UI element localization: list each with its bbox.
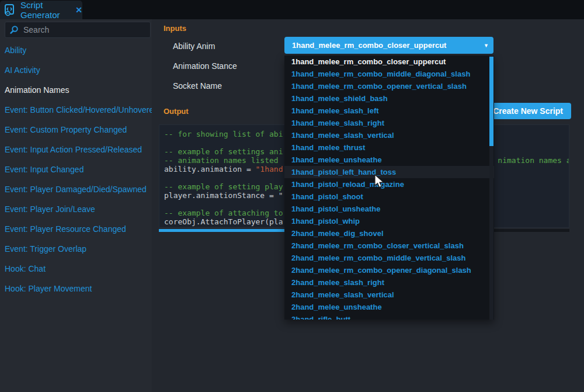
dropdown-option[interactable]: 2hand_melee_unsheathe <box>284 301 494 313</box>
dropdown-option[interactable]: 1hand_melee_thrust <box>284 141 494 154</box>
output-header: Output <box>164 107 189 116</box>
dropdown-option[interactable]: 2hand_melee_rm_combo_middle_vertical_sla… <box>284 252 494 264</box>
close-icon[interactable]: ✕ <box>75 5 82 15</box>
tab-script-generator[interactable]: Script Generator ✕ <box>0 1 82 19</box>
main-panel: Inputs Ability AnimAnimation StanceSocke… <box>152 19 584 392</box>
dropdown-option[interactable]: 2hand_melee_rm_combo_closer_vertical_sla… <box>284 240 494 252</box>
sidebar-item[interactable]: Event: Custom Property Changed <box>0 120 152 140</box>
code-segment-comment: -- example of attaching to <box>164 209 283 217</box>
dropdown-option[interactable]: 1hand_melee_rm_combo_middle_diagonal_sla… <box>284 68 494 80</box>
code-segment-code: ability.animation = <box>164 165 256 174</box>
sidebar-item[interactable]: Event: Input Changed <box>0 159 152 179</box>
tab-label: Script Generator <box>20 0 71 20</box>
dropdown-option[interactable]: 1hand_melee_rm_combo_opener_vertical_sla… <box>284 80 494 92</box>
input-field-label: Animation Stance <box>173 61 237 71</box>
sidebar-item[interactable]: Hook: Chat <box>0 259 152 279</box>
dropdown-option[interactable]: 2hand_melee_slash_vertical <box>284 289 494 301</box>
sidebar-item[interactable]: Event: Input Action Pressed/Released <box>0 140 152 159</box>
sidebar: AbilityAI ActivityAnimation NamesEvent: … <box>0 19 152 392</box>
script-generator-icon <box>4 4 16 16</box>
dropdown-option[interactable]: 1hand_melee_rm_combo_closer_uppercut <box>284 55 494 68</box>
dropdown-option[interactable]: 1hand_melee_slash_left <box>284 105 494 117</box>
code-segment-comment: -- example of setting play <box>164 182 283 191</box>
dropdown-option[interactable]: 2hand_rifle_butt <box>284 313 494 320</box>
dropdown-option[interactable]: 2hand_melee_slash_right <box>284 276 494 289</box>
dropdown-option[interactable]: 2hand_melee_dig_shovel <box>284 227 494 240</box>
sidebar-item[interactable]: Event: Player Damaged/Died/Spawned <box>0 179 152 199</box>
input-field-label: Ability Anim <box>173 41 215 51</box>
input-field-label: Socket Name <box>173 81 222 91</box>
dropdown-option[interactable]: 1hand_pistol_whip <box>284 215 494 227</box>
code-segment-string: "1hand <box>256 165 283 174</box>
dropdown-option[interactable]: 2hand_melee_rm_combo_opener_diagonal_sla… <box>284 264 494 276</box>
chevron-down-icon: ▼ <box>484 43 489 48</box>
ability-anim-selected-value: 1hand_melee_rm_combo_closer_uppercut <box>292 41 484 50</box>
sidebar-item[interactable]: Event: Player Resource Changed <box>0 219 152 239</box>
dropdown-option[interactable]: 1hand_pistol_unsheathe <box>284 203 494 215</box>
tab-bar: Script Generator ✕ <box>0 0 584 19</box>
dropdown-option[interactable]: 1hand_melee_slash_vertical <box>284 129 494 141</box>
sidebar-item[interactable]: Hook: Player Movement <box>0 279 152 299</box>
search-input[interactable] <box>22 25 141 35</box>
ability-anim-select[interactable]: 1hand_melee_rm_combo_closer_uppercut ▼ <box>284 37 493 54</box>
code-segment-code: player.animationStance = " <box>164 191 283 200</box>
ability-anim-dropdown-list: 1hand_melee_rm_combo_closer_uppercut1han… <box>284 55 494 320</box>
dropdown-option[interactable]: 1hand_pistol_shoot <box>284 190 494 203</box>
code-segment-comment: -- example of settings ani <box>164 147 283 156</box>
dropdown-option[interactable]: 1hand_melee_unsheathe <box>284 154 494 166</box>
sidebar-item[interactable]: Animation Names <box>0 80 152 100</box>
create-new-script-button[interactable]: Create New Script <box>486 103 571 119</box>
inputs-header: Inputs <box>164 24 186 33</box>
dropdown-option[interactable]: 1hand_melee_slash_right <box>284 117 494 129</box>
search-icon <box>9 25 19 34</box>
code-segment-code: coreObj.AttachToPlayer(pla <box>164 217 283 226</box>
dropdown-scrollbar-thumb[interactable] <box>489 57 493 146</box>
search-box[interactable] <box>5 22 151 38</box>
dropdown-option[interactable]: 1hand_pistol_reload_magazine <box>284 178 494 190</box>
sidebar-item[interactable]: Event: Player Join/Leave <box>0 199 152 219</box>
sidebar-item[interactable]: AI Activity <box>0 60 152 80</box>
dropdown-option[interactable]: 1hand_pistol_left_hand_toss <box>284 166 494 178</box>
sidebar-item[interactable]: Event: Button Clicked/Hovered/Unhovered <box>0 100 152 120</box>
dropdown-option[interactable]: 1hand_melee_shield_bash <box>284 92 494 105</box>
code-segment-comment: -- for showing list of abi <box>164 130 283 138</box>
sidebar-list: AbilityAI ActivityAnimation NamesEvent: … <box>0 40 152 299</box>
dropdown-options: 1hand_melee_rm_combo_closer_uppercut1han… <box>284 55 494 320</box>
sidebar-item[interactable]: Ability <box>0 40 152 60</box>
sidebar-item[interactable]: Event: Trigger Overlap <box>0 239 152 259</box>
